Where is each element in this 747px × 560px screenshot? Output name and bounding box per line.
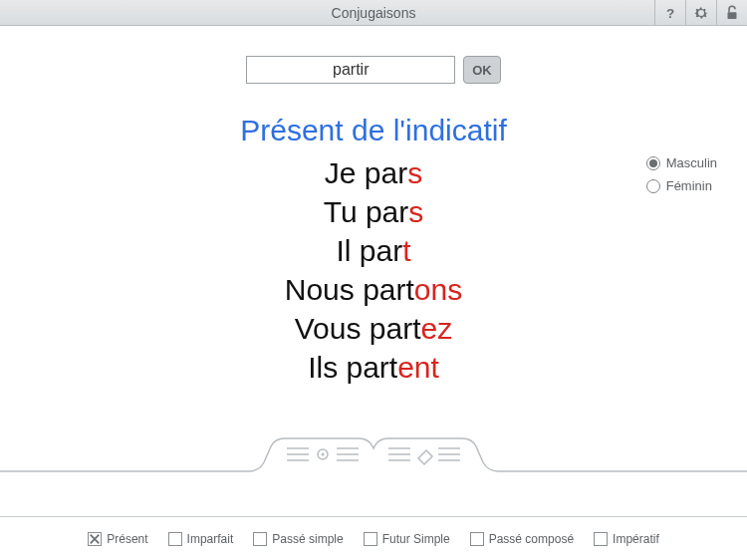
unlock-icon: [723, 4, 741, 22]
title-bar: Conjugaisons ?: [0, 0, 747, 26]
checkbox-passe-simple[interactable]: Passé simple: [253, 532, 343, 546]
svg-point-5: [318, 449, 328, 459]
main-content: OK Présent de l'indicatif Je pars Tu par…: [0, 26, 747, 516]
ending: ent: [397, 351, 439, 384]
app-window: { "header": { "title": "Conjugaisons" },…: [0, 0, 747, 560]
checkbox-imparfait[interactable]: Imparfait: [168, 532, 234, 546]
checkbox-icon: [168, 532, 182, 546]
conjugation-line: Je pars: [0, 153, 747, 192]
stem: Tu par: [324, 195, 409, 228]
checkbox-imperatif[interactable]: Impératif: [594, 532, 659, 546]
settings-button[interactable]: [686, 0, 716, 25]
ok-button[interactable]: OK: [463, 56, 501, 84]
stem: Je par: [325, 156, 407, 189]
help-icon: ?: [661, 4, 679, 22]
checkbox-icon: [253, 532, 267, 546]
stem: Nous part: [285, 273, 414, 306]
svg-point-6: [322, 453, 325, 456]
gender-selector: Masculin Féminin: [646, 155, 717, 201]
ending: s: [407, 156, 422, 189]
stem: Vous part: [295, 312, 421, 345]
conjugation-line: Il part: [0, 231, 747, 270]
radio-label: Féminin: [666, 178, 712, 193]
svg-text:?: ?: [666, 5, 674, 20]
checkbox-icon: [594, 532, 608, 546]
checkbox-passe-compose[interactable]: Passé composé: [470, 532, 574, 546]
checkbox-present[interactable]: Présent: [88, 532, 147, 546]
tense-title: Présent de l'indicatif: [0, 114, 747, 147]
radio-masculin[interactable]: Masculin: [646, 155, 717, 170]
checkbox-label: Passé composé: [489, 532, 574, 546]
tense-footer: Présent Imparfait Passé simple Futur Sim…: [0, 516, 747, 560]
gear-icon: [692, 4, 710, 22]
ending: t: [402, 234, 410, 267]
conjugation-line: Nous partons: [0, 270, 747, 309]
search-row: OK: [0, 56, 747, 84]
radio-feminin[interactable]: Féminin: [646, 178, 717, 193]
help-button[interactable]: ?: [655, 0, 685, 25]
checkbox-icon: [364, 532, 377, 546]
lock-button[interactable]: [717, 0, 747, 25]
header-tools: ?: [654, 0, 747, 25]
checkbox-icon: [88, 532, 102, 546]
stem: Il par: [336, 234, 402, 267]
checkbox-label: Passé simple: [272, 532, 343, 546]
checkbox-label: Présent: [107, 532, 147, 546]
checkbox-label: Futur Simple: [382, 532, 450, 546]
tab-handles-deco: [0, 432, 747, 472]
ending: ez: [421, 312, 453, 345]
svg-rect-1: [728, 12, 737, 19]
ending: s: [408, 195, 423, 228]
stem: Ils part: [308, 351, 397, 384]
ending: ons: [414, 273, 462, 306]
checkbox-label: Imparfait: [187, 532, 234, 546]
checkbox-futur-simple[interactable]: Futur Simple: [364, 532, 450, 546]
verb-input[interactable]: [246, 56, 455, 84]
checkbox-label: Impératif: [613, 532, 659, 546]
conjugation-line: Tu pars: [0, 192, 747, 231]
radio-icon: [646, 179, 660, 193]
checkbox-icon: [470, 532, 484, 546]
conjugation-block: Présent de l'indicatif Je pars Tu pars I…: [0, 114, 747, 387]
conjugation-line: Vous partez: [0, 309, 747, 348]
conjugation-line: Ils partent: [0, 348, 747, 387]
app-title: Conjugaisons: [0, 5, 747, 21]
radio-icon: [646, 156, 660, 170]
radio-label: Masculin: [666, 155, 717, 170]
